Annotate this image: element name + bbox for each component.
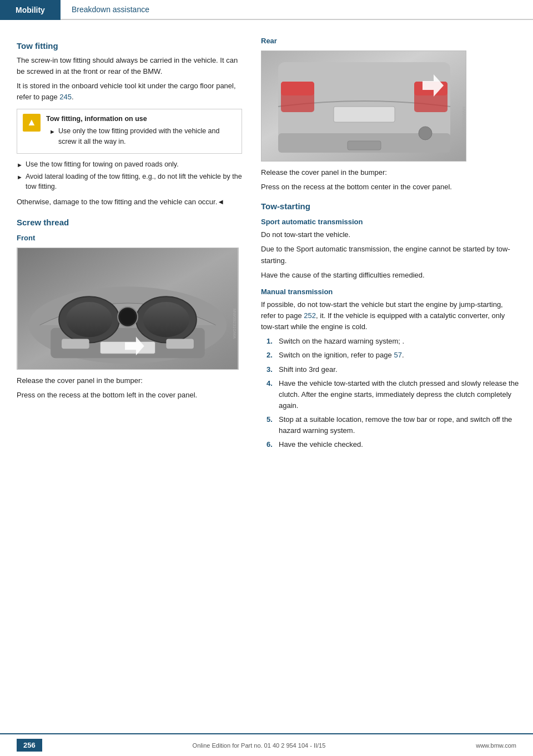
front-caption-1: Release the cover panel in the bumper:: [17, 375, 242, 386]
svg-point-6: [143, 302, 189, 337]
manual-p1: If possible, do not tow-start the vehicl…: [261, 299, 520, 332]
step-2: 2. Switch on the ignition, refer to page…: [266, 350, 520, 361]
footer-right-text: www.bmw.com: [476, 742, 516, 749]
svg-point-8: [120, 309, 135, 325]
page-ref-252[interactable]: 252: [304, 311, 316, 320]
warning-title: Tow fitting, information on use: [46, 114, 236, 124]
svg-rect-20: [334, 107, 395, 122]
svg-rect-22: [348, 141, 381, 150]
left-column: Tow fitting The screw-in tow fitting sho…: [0, 31, 255, 459]
tow-starting-title: Tow-starting: [261, 201, 520, 211]
page-ref-245[interactable]: 245: [59, 93, 72, 101]
footer-center-text: Online Edition for Part no. 01 40 2 954 …: [193, 742, 326, 749]
sport-p1: Do not tow-start the vehicle.: [261, 229, 520, 240]
warning-icon: ▲: [23, 114, 41, 132]
right-column: Rear: [255, 31, 533, 459]
bullet-item-2: ► Use the tow fitting for towing on pave…: [17, 159, 242, 170]
front-label: Front: [17, 234, 242, 242]
front-car-image: MW09231GMA: [17, 248, 239, 370]
front-caption-2: Press on the recess at the bottom left i…: [17, 390, 242, 401]
svg-point-4: [66, 302, 112, 337]
breakdown-label: Breakdown assistance: [72, 5, 149, 14]
rear-caption-2: Press on the recess at the bottom center…: [261, 182, 520, 193]
sport-auto-title: Sport automatic transmission: [261, 218, 520, 226]
rear-car-image: MW09322MA: [261, 51, 466, 162]
bullet-item-3: ► Avoid lateral loading of the tow fitti…: [17, 172, 242, 193]
warning-content: Tow fitting, information on use ► Use on…: [46, 114, 236, 149]
page-header: Mobility Breakdown assistance: [0, 0, 533, 20]
sport-p3: Have the cause of the starting difficult…: [261, 270, 520, 281]
svg-text:MW09231GMA: MW09231GMA: [232, 309, 237, 339]
svg-point-23: [419, 127, 432, 140]
rear-caption-1: Release the cover panel in the bumper:: [261, 167, 520, 178]
main-content: Tow fitting The screw-in tow fitting sho…: [0, 20, 533, 492]
warning-bullet-1: ► Use only the tow fitting provided with…: [46, 126, 236, 147]
step-1: 1. Switch on the hazard warning system; …: [266, 336, 520, 347]
page-footer: 256 Online Edition for Part no. 01 40 2 …: [0, 733, 533, 756]
page-number: 256: [17, 739, 42, 752]
svg-rect-10: [62, 339, 89, 349]
bullet-arrow-icon-3: ►: [17, 172, 26, 182]
header-breakdown-tab[interactable]: Breakdown assistance: [61, 0, 533, 20]
tow-fitting-p1: The screw-in tow fitting should always b…: [17, 55, 242, 77]
svg-text:MW09322MA: MW09322MA: [461, 107, 466, 134]
screw-thread-title: Screw thread: [17, 218, 242, 227]
tow-fitting-p3: Otherwise, damage to the tow fitting and…: [17, 196, 242, 208]
sport-p2: Due to the Sport automatic transmission,…: [261, 244, 520, 266]
tow-fitting-title: Tow fitting: [17, 41, 242, 51]
step-4: 4. Have the vehicle tow-started with the…: [266, 378, 520, 411]
bullet-arrow-icon: ►: [46, 126, 58, 137]
step-6: 6. Have the vehicle checked.: [266, 439, 520, 450]
svg-rect-11: [166, 339, 194, 349]
mobility-label: Mobility: [16, 6, 45, 14]
rear-label: Rear: [261, 37, 520, 45]
tow-start-steps: 1. Switch on the hazard warning system; …: [261, 336, 520, 450]
tow-fitting-p2: It is stored in the onboard vehicle tool…: [17, 80, 242, 103]
step-5: 5. Stop at a suitable location, remove t…: [266, 414, 520, 436]
warning-box: ▲ Tow fitting, information on use ► Use …: [17, 109, 242, 154]
svg-rect-17: [281, 82, 314, 95]
step-3: 3. Shift into 3rd gear.: [266, 364, 520, 375]
header-mobility-tab[interactable]: Mobility: [0, 0, 61, 20]
page-ref-57[interactable]: 57: [394, 351, 401, 359]
bullet-arrow-icon-2: ►: [17, 159, 26, 170]
manual-title: Manual transmission: [261, 288, 520, 296]
